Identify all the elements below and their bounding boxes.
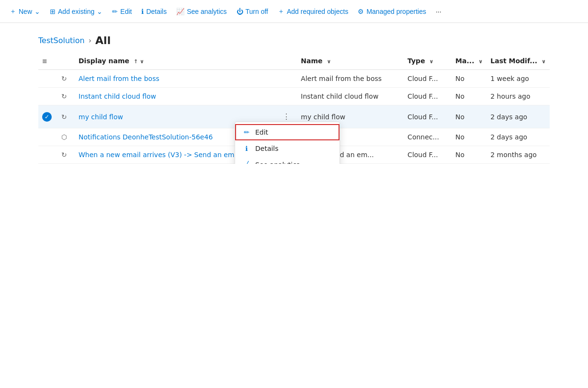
menu-item-details[interactable]: ℹ Details xyxy=(235,140,339,157)
col-type-header[interactable]: Type ∨ xyxy=(404,52,452,70)
see-analytics-label: See analytics xyxy=(187,8,226,15)
info-icon: ℹ xyxy=(141,8,144,15)
row-type-icon: ↻ xyxy=(57,146,75,164)
details-button[interactable]: ℹ Details xyxy=(137,5,170,18)
breadcrumb-current: All xyxy=(95,34,111,46)
filter-icon[interactable]: ≡ xyxy=(42,57,47,65)
toolbar: ＋ New ⌄ ⊞ Add existing ⌄ ✏ Edit ℹ Detail… xyxy=(0,0,588,23)
turn-off-button[interactable]: ⏻ Turn off xyxy=(233,5,272,18)
table-header-row: ≡ Display name ↑ ∨ Name ∨ Type ∨ Ma... ∨… xyxy=(38,52,550,70)
displayname-sort-icon[interactable]: ↑ ∨ xyxy=(134,58,144,65)
row-display-name: Instant child cloud flow xyxy=(75,88,276,105)
row-managed: No xyxy=(452,146,486,164)
analytics-icon: 📈 xyxy=(176,8,184,15)
row-checkbox[interactable] xyxy=(38,128,57,146)
type-sort-icon[interactable]: ∨ xyxy=(430,58,434,65)
breadcrumb: TestSolution › All xyxy=(0,23,588,52)
col-name-header[interactable]: Name ∨ xyxy=(297,52,404,70)
chevron-down-icon-2: ⌄ xyxy=(97,8,102,15)
row-modified: 2 months ago xyxy=(486,146,550,164)
more-label: ··· xyxy=(436,8,441,15)
new-label: New xyxy=(19,8,32,15)
edit-label: Edit xyxy=(255,128,332,136)
row-modified: 2 hours ago xyxy=(486,88,550,105)
row-managed: No xyxy=(452,88,486,105)
row-managed: No xyxy=(452,70,486,88)
row-managed: No xyxy=(452,128,486,146)
edit-icon: ✏ xyxy=(112,8,118,15)
col-dots-header xyxy=(276,52,297,70)
breadcrumb-separator: › xyxy=(89,36,91,45)
managed-properties-button[interactable]: ⚙ Managed properties xyxy=(354,5,430,18)
row-modified: 1 week ago xyxy=(486,70,550,88)
power-icon: ⏻ xyxy=(237,8,243,15)
col-icon-header xyxy=(57,52,75,70)
details-label: Details xyxy=(255,145,332,152)
see-analytics-label: See analytics xyxy=(255,161,332,164)
turn-off-label: Turn off xyxy=(246,8,268,15)
breadcrumb-parent[interactable]: TestSolution xyxy=(38,36,85,45)
managed-sort-icon[interactable]: ∨ xyxy=(478,58,483,65)
managed-label: Managed properties xyxy=(366,8,426,15)
row-name: Alert mail from the boss xyxy=(297,70,404,88)
add-required-button[interactable]: ＋ Add required objects xyxy=(274,4,352,19)
add-existing-icon: ⊞ xyxy=(50,8,56,15)
col-modified-header[interactable]: Last Modif... ∨ xyxy=(486,52,550,70)
row-checkbox[interactable]: ✓ xyxy=(38,105,57,128)
more-button[interactable]: ··· xyxy=(432,5,445,18)
row-type: Cloud F... xyxy=(404,146,452,164)
col-check-header: ≡ xyxy=(38,52,57,70)
modified-sort-icon[interactable]: ∨ xyxy=(542,58,546,65)
edit-button[interactable]: ✏ Edit xyxy=(108,5,136,18)
row-type: Cloud F... xyxy=(404,88,452,105)
table-row[interactable]: ↻ Instant child cloud flow Instant child… xyxy=(38,88,550,105)
context-menu: ✏ Edit ℹ Details ╱ See analytics ⏻ Turn … xyxy=(235,122,340,164)
col-managed-header[interactable]: Ma... ∨ xyxy=(452,52,486,70)
row-type-icon: ↻ xyxy=(57,88,75,105)
row-type: Cloud F... xyxy=(404,70,452,88)
row-managed: No xyxy=(452,105,486,128)
edit-label: Edit xyxy=(120,8,132,15)
details-icon: ℹ xyxy=(243,145,250,152)
row-display-name: Alert mail from the boss xyxy=(75,70,276,88)
add-existing-button[interactable]: ⊞ Add existing ⌄ xyxy=(46,5,106,18)
gear-icon: ⚙ xyxy=(358,8,364,15)
name-sort-icon[interactable]: ∨ xyxy=(327,58,331,65)
plus-required-icon: ＋ xyxy=(278,7,284,16)
row-checkbox[interactable] xyxy=(38,146,57,164)
table-container: ≡ Display name ↑ ∨ Name ∨ Type ∨ Ma... ∨… xyxy=(0,52,588,164)
add-existing-label: Add existing xyxy=(58,8,94,15)
add-required-label: Add required objects xyxy=(287,8,348,15)
row-modified: 2 days ago xyxy=(486,105,550,128)
row-type: Cloud F... xyxy=(404,105,452,128)
edit-icon: ✏ xyxy=(243,128,250,136)
new-button[interactable]: ＋ New ⌄ xyxy=(6,4,44,19)
row-checkbox[interactable] xyxy=(38,70,57,88)
chevron-down-icon: ⌄ xyxy=(34,8,40,15)
see-analytics-button[interactable]: 📈 See analytics xyxy=(172,5,230,18)
row-modified: 2 days ago xyxy=(486,128,550,146)
check-mark: ✓ xyxy=(42,112,52,122)
row-type: Connec... xyxy=(404,128,452,146)
see-analytics-icon: ╱ xyxy=(243,161,250,164)
row-context-menu-button[interactable]: ⋮ xyxy=(280,110,293,123)
plus-icon: ＋ xyxy=(10,7,16,16)
row-dots-cell xyxy=(276,70,297,88)
table-row[interactable]: ↻ Alert mail from the boss Alert mail fr… xyxy=(38,70,550,88)
details-label: Details xyxy=(146,8,167,15)
row-name: Instant child cloud flow xyxy=(297,88,404,105)
menu-item-see-analytics[interactable]: ╱ See analytics xyxy=(235,157,339,164)
row-type-icon: ↻ xyxy=(57,105,75,128)
menu-item-edit[interactable]: ✏ Edit xyxy=(235,124,339,140)
row-type-icon: ↻ xyxy=(57,70,75,88)
row-type-icon: ⬡ xyxy=(57,128,75,146)
col-displayname-header[interactable]: Display name ↑ ∨ xyxy=(75,52,276,70)
row-checkbox[interactable] xyxy=(38,88,57,105)
row-dots-cell xyxy=(276,88,297,105)
